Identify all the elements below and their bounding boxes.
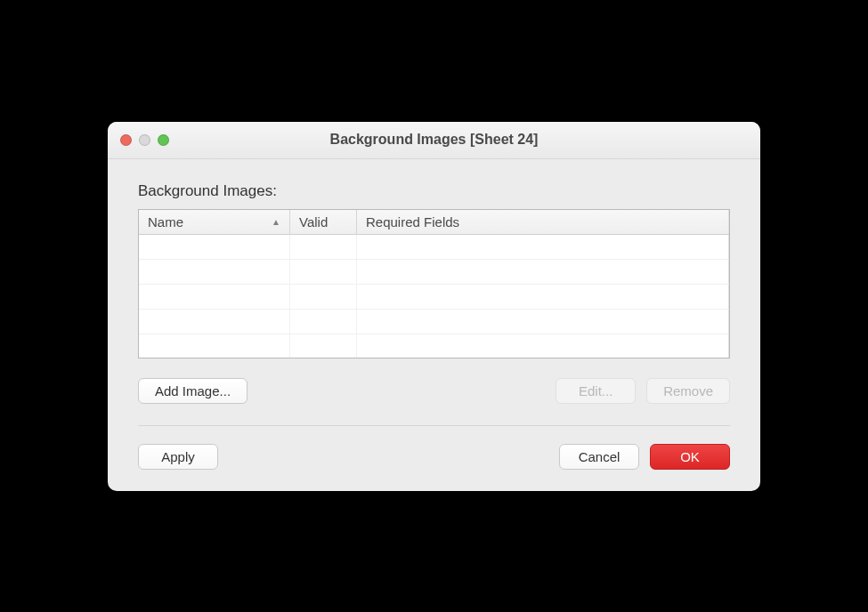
column-header-required-fields[interactable]: Required Fields [357, 210, 729, 234]
table-buttons-row: Add Image... Edit... Remove [138, 378, 730, 404]
divider [138, 425, 730, 426]
cell-required-fields [357, 310, 729, 334]
cell-name [139, 260, 290, 284]
traffic-lights [108, 134, 169, 146]
titlebar: Background Images [Sheet 24] [108, 122, 760, 159]
column-header-name[interactable]: Name ▲ [139, 210, 290, 234]
cell-required-fields [357, 260, 729, 284]
close-icon[interactable] [120, 134, 132, 146]
ok-button[interactable]: OK [650, 444, 730, 470]
column-header-name-label: Name [148, 214, 183, 230]
table-row[interactable] [139, 310, 729, 334]
cell-valid [290, 285, 357, 309]
cell-name [139, 310, 290, 334]
cell-required-fields [357, 235, 729, 259]
window-title: Background Images [Sheet 24] [108, 132, 760, 148]
cell-valid [290, 260, 357, 284]
column-header-required-fields-label: Required Fields [366, 214, 459, 230]
cell-valid [290, 310, 357, 334]
zoom-icon[interactable] [158, 134, 169, 146]
column-header-valid[interactable]: Valid [290, 210, 357, 234]
edit-button: Edit... [556, 378, 636, 404]
cell-valid [290, 334, 357, 358]
images-table: Name ▲ Valid Required Fields [138, 209, 730, 358]
dialog-window: Background Images [Sheet 24] Background … [108, 122, 760, 491]
cell-valid [290, 235, 357, 259]
cell-name [139, 285, 290, 309]
column-header-valid-label: Valid [299, 214, 328, 230]
cell-required-fields [357, 334, 729, 358]
cancel-button[interactable]: Cancel [559, 444, 639, 470]
apply-button[interactable]: Apply [138, 444, 218, 470]
table-header: Name ▲ Valid Required Fields [139, 210, 729, 235]
table-body[interactable] [139, 235, 729, 358]
table-row[interactable] [139, 260, 729, 285]
minimize-icon [139, 134, 150, 146]
dialog-content: Background Images: Name ▲ Valid Required… [108, 159, 760, 491]
cell-required-fields [357, 285, 729, 309]
cell-name [139, 235, 290, 259]
footer-buttons-row: Apply Cancel OK [138, 444, 730, 470]
add-image-button[interactable]: Add Image... [138, 378, 247, 404]
table-row[interactable] [139, 285, 729, 310]
table-row[interactable] [139, 235, 729, 260]
remove-button: Remove [646, 378, 730, 404]
sort-ascending-icon: ▲ [272, 217, 280, 227]
cell-name [139, 334, 290, 358]
table-row[interactable] [139, 334, 729, 358]
section-label: Background Images: [138, 182, 730, 200]
